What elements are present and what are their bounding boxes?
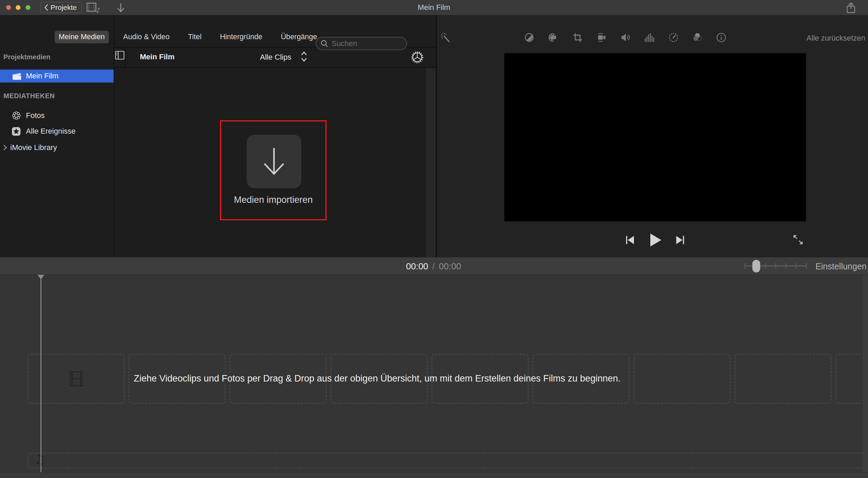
timeline[interactable]: Ziehe Videoclips und Fotos per Drag & Dr… <box>0 275 868 478</box>
sidebar-item-fotos[interactable]: Fotos <box>0 109 114 122</box>
speed-icon[interactable] <box>668 32 679 43</box>
reset-all-label[interactable]: Alle zurücksetzen <box>807 34 865 43</box>
skip-back-button[interactable] <box>625 235 635 245</box>
total-time: 00:00 <box>439 261 461 272</box>
sidebar-section-projektmedien: Projektmedien <box>3 53 50 61</box>
color-filters-icon[interactable] <box>692 32 703 43</box>
tab-meine-medien[interactable]: Meine Medien <box>55 31 109 43</box>
viewer-panel: Alle zurücksetzen <box>436 15 868 257</box>
timeline-scrollbar-track[interactable] <box>863 275 868 472</box>
sidebar-toggle-icon[interactable] <box>115 51 125 60</box>
enhance-wand-icon[interactable] <box>440 32 451 43</box>
search-field[interactable]: Suchen <box>316 37 407 50</box>
disclosure-chevron-icon[interactable] <box>3 144 8 151</box>
current-time: 00:00 <box>406 261 428 272</box>
time-separator: / <box>432 261 435 272</box>
clapperboard-icon <box>12 72 22 80</box>
sidebar-divider[interactable] <box>114 15 114 257</box>
search-icon <box>320 40 329 48</box>
fullscreen-icon[interactable] <box>793 235 803 245</box>
imovie-window: Projekte ♪ Mein Film <box>0 0 868 478</box>
zoom-slider-tick <box>806 263 807 269</box>
upper-region: Meine Medien Audio & Video Titel Hinterg… <box>0 15 868 257</box>
color-balance-icon[interactable] <box>524 32 535 43</box>
filter-stepper-chevrons-icon[interactable] <box>300 51 308 62</box>
audio-placeholder-box <box>28 453 868 468</box>
sidebar-section-mediatheken: MEDIATHEKEN <box>3 92 55 100</box>
clip-filter-value[interactable]: Alle Clips <box>260 53 291 62</box>
media-tabs: Meine Medien Audio & Video Titel Hinterg… <box>55 30 321 43</box>
play-button[interactable] <box>649 233 662 248</box>
sidebar-item-alle-ereignisse[interactable]: Alle Ereignisse <box>0 125 114 138</box>
stabilization-camera-icon[interactable] <box>596 32 607 43</box>
sidebar-item-label: Fotos <box>26 111 45 120</box>
tab-audio-video[interactable]: Audio & Video <box>119 31 174 43</box>
star-badge-icon <box>12 127 21 136</box>
zoom-slider-tick <box>744 263 746 269</box>
timeline-toolbar: 00:00 / 00:00 Einstellungen <box>0 257 868 275</box>
clip-appearance-gear-icon[interactable] <box>410 50 424 64</box>
playhead-handle[interactable] <box>38 275 44 279</box>
tab-hintergruende[interactable]: Hintergründe <box>216 31 266 43</box>
music-note-icon: ♫ <box>34 452 45 467</box>
sidebar-item-imovie-library[interactable]: iMovie Library <box>0 141 114 154</box>
timeline-bottom-strip <box>0 472 868 478</box>
noise-equalizer-icon[interactable] <box>644 32 655 43</box>
browser-header-bottom-divider <box>114 67 436 68</box>
clip-placeholder-box <box>735 354 831 404</box>
filmstrip-icon <box>70 371 83 386</box>
search-placeholder: Suchen <box>332 39 357 48</box>
import-media-label[interactable]: Medien importieren <box>205 195 342 205</box>
tab-uebergaenge[interactable]: Übergänge <box>277 31 321 43</box>
playhead-line[interactable] <box>41 275 41 472</box>
video-preview[interactable] <box>504 53 806 221</box>
zoom-slider-tick <box>775 263 776 269</box>
timecode: 00:00 / 00:00 <box>406 261 461 272</box>
window-title: Mein Film <box>0 3 868 12</box>
crop-icon[interactable] <box>572 32 583 43</box>
color-palette-icon[interactable] <box>548 32 559 43</box>
settings-label[interactable]: Einstellungen <box>815 262 867 271</box>
tab-titel[interactable]: Titel <box>184 31 206 43</box>
browser-scrollbar-track[interactable] <box>425 68 435 257</box>
title-bar: Projekte ♪ Mein Film <box>0 0 868 15</box>
zoom-slider-tick <box>785 263 786 269</box>
zoom-slider-tick <box>796 263 797 269</box>
zoom-slider-tick <box>765 263 766 269</box>
volume-icon[interactable] <box>620 32 631 43</box>
toggle-divider <box>125 48 126 67</box>
info-icon[interactable] <box>716 32 727 43</box>
sidebar-item-mein-film[interactable]: Mein Film <box>0 70 114 83</box>
clip-placeholder-box <box>634 354 730 404</box>
share-icon[interactable] <box>845 2 856 14</box>
sidebar-item-label: iMovie Library <box>10 143 57 152</box>
skip-forward-button[interactable] <box>675 235 685 245</box>
timeline-placeholder-text: Ziehe Videoclips und Fotos per Drag & Dr… <box>134 373 621 384</box>
sidebar-item-label: Mein Film <box>26 72 58 80</box>
download-arrow-icon <box>260 146 288 177</box>
zoom-slider-thumb[interactable] <box>752 260 760 272</box>
browser-title: Mein Film <box>140 53 174 61</box>
sidebar-item-label: Alle Ereignisse <box>26 127 76 136</box>
photos-flower-icon <box>12 111 21 120</box>
import-media-button[interactable] <box>247 135 301 188</box>
